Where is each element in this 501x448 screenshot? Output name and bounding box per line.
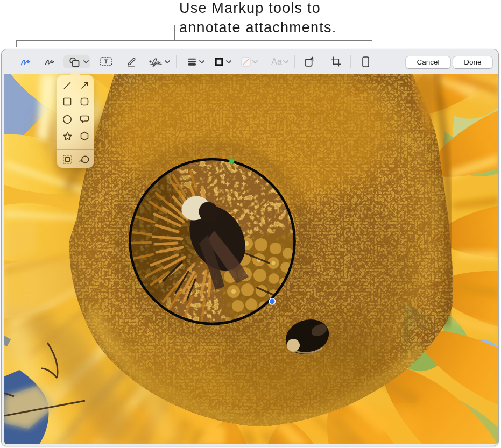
svg-text:a: a: [79, 155, 83, 163]
